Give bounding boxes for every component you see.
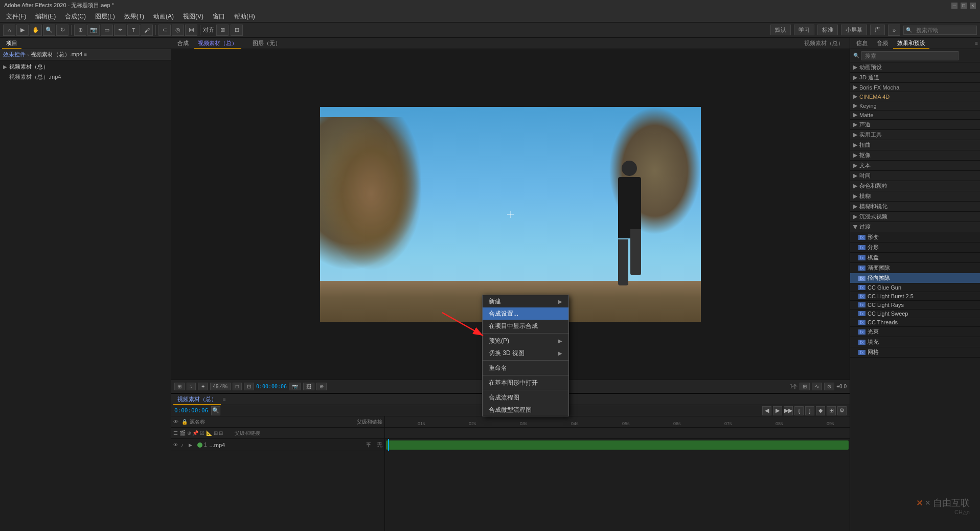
cat-blur-sharpen[interactable]: ▶ 模糊和锐化 xyxy=(850,202,980,212)
effect-qipan[interactable]: fx 棋盘 xyxy=(850,253,980,263)
align-tool-2[interactable]: ⊞ xyxy=(231,25,243,36)
timeline-menu[interactable]: ≡ xyxy=(223,396,226,402)
ctx-flowchart[interactable]: 合成流程图 xyxy=(483,391,568,404)
roto-tool[interactable]: ⊂ xyxy=(158,25,171,36)
cat-keying2[interactable]: ▶ 抠像 xyxy=(850,150,980,161)
effect-cc-light-sweep[interactable]: fx CC Light Sweep xyxy=(850,309,980,318)
effect-fill[interactable]: fx 填充 xyxy=(850,337,980,347)
rotate-tool[interactable]: ↻ xyxy=(56,25,69,36)
cat-keying[interactable]: ▶ Keying xyxy=(850,101,980,110)
text-tool[interactable]: T xyxy=(127,25,140,36)
project-item-source[interactable]: ▶ 视频素材（总） xyxy=(1,61,170,72)
effects-search-input[interactable] xyxy=(861,51,959,60)
frame-fwd-btn[interactable]: ▶▶ xyxy=(784,406,793,415)
cat-text[interactable]: ▶ 文本 xyxy=(850,161,980,171)
tab-info[interactable]: 信息 xyxy=(852,38,872,48)
effect-cc-light-burst[interactable]: fx CC Light Burst 2.5 xyxy=(850,292,980,301)
align-tool-1[interactable]: ⊠ xyxy=(216,25,229,36)
add-marker-btn[interactable]: ◆ xyxy=(816,406,825,415)
motion-blur-btn[interactable]: ≈ xyxy=(187,383,196,390)
effect-grid[interactable]: fx 网格 xyxy=(850,347,980,358)
tab-effects[interactable]: 效果和预设 xyxy=(893,38,929,49)
color-picker-btn[interactable]: ⊕ xyxy=(316,383,327,390)
search-input[interactable] xyxy=(913,26,974,34)
ctx-new[interactable]: 新建 ▶ xyxy=(483,295,568,307)
comp-tab-video[interactable]: 视频素材（总） xyxy=(194,38,241,49)
timeline-tab[interactable]: 视频素材（总） xyxy=(173,394,221,405)
minimize-button[interactable]: ─ xyxy=(951,3,958,9)
layer-expand-icon[interactable]: ▶ xyxy=(189,442,196,448)
alpha-btn[interactable]: ∿ xyxy=(812,383,822,390)
effect-cc-glue-gun[interactable]: fx CC Glue Gun xyxy=(850,283,980,292)
project-item-file[interactable]: 视频素材（总）.mp4 xyxy=(1,72,170,82)
zoom-tool[interactable]: 🔍 xyxy=(43,25,55,36)
region-btn[interactable]: ⊞ xyxy=(800,383,810,390)
cat-utility[interactable]: ▶ 实用工具 xyxy=(850,130,980,140)
workspace-standard[interactable]: 标准 xyxy=(817,25,838,35)
frame-back-btn[interactable]: ◀ xyxy=(762,406,771,415)
panel-menu-icon[interactable]: ≡ xyxy=(84,52,87,57)
search-layer-btn[interactable]: 🔍 xyxy=(211,406,220,415)
breadcrumb-file[interactable]: 视频素材（总）.mp4 xyxy=(31,51,82,58)
workspace-more[interactable]: » xyxy=(888,25,900,36)
menu-animation[interactable]: 动画(A) xyxy=(149,11,178,22)
cat-immersive[interactable]: ▶ 沉浸式视频 xyxy=(850,212,980,222)
cat-animation[interactable]: ▶ 动画预设 xyxy=(850,62,980,73)
workspace-small[interactable]: 小屏幕 xyxy=(841,25,867,35)
effects-panel-menu[interactable]: ≡ xyxy=(975,40,978,46)
home-tool[interactable]: ⌂ xyxy=(3,25,15,36)
effect-xinbian[interactable]: fx 形变 xyxy=(850,232,980,242)
menu-window[interactable]: 窗口 xyxy=(209,11,229,22)
comp-viewer[interactable]: 新建 ▶ 合成设置... 在项目中显示合成 预览(P) ▶ xyxy=(171,49,850,380)
ctx-show-in-project[interactable]: 在项目中显示合成 xyxy=(483,320,568,332)
cat-3d[interactable]: ▶ 3D 通道 xyxy=(850,73,980,83)
effect-beam[interactable]: fx 光束 xyxy=(850,327,980,337)
refine-tool[interactable]: ◎ xyxy=(172,25,184,36)
pixels-btn[interactable]: ⊡ xyxy=(244,383,254,390)
cat-distort[interactable]: ▶ 扭曲 xyxy=(850,140,980,150)
effect-radial-wipe[interactable]: fx 径向擦除 xyxy=(850,273,980,283)
ctx-open-in-essential[interactable]: 在基本图形中打开 xyxy=(483,377,568,389)
cat-cinema4d[interactable]: ▶ CINEMA 4D xyxy=(850,92,980,101)
layer-row-0[interactable]: 👁 ♪ ▶ 1 ...mp4 平 无 xyxy=(171,439,384,451)
pan-tool[interactable]: ⊕ xyxy=(74,25,86,36)
cat-boris[interactable]: ▶ Boris FX Mocha xyxy=(850,83,980,92)
show-snapshot-btn[interactable]: 🖼 xyxy=(303,383,314,390)
workspace-learn[interactable]: 学习 xyxy=(794,25,814,35)
close-button[interactable]: × xyxy=(970,3,976,9)
ctx-mini-flowchart[interactable]: 合成微型流程图 xyxy=(483,404,568,416)
workspace-library[interactable]: 库 xyxy=(870,25,885,35)
ctx-comp-settings[interactable]: 合成设置... xyxy=(483,307,568,320)
effect-fenxing[interactable]: fx 分形 xyxy=(850,242,980,253)
pen-tool[interactable]: ✒ xyxy=(114,25,126,36)
ctx-preview[interactable]: 预览(P) ▶ xyxy=(483,335,568,347)
cat-time[interactable]: ▶ 时间 xyxy=(850,171,980,181)
play-btn[interactable]: ▶ xyxy=(773,406,782,415)
tab-audio[interactable]: 音频 xyxy=(873,38,892,48)
layer-audio-icon[interactable]: ♪ xyxy=(181,442,187,448)
menu-edit[interactable]: 编辑(E) xyxy=(31,11,60,22)
cat-transition[interactable]: ▶ 过渡 xyxy=(850,222,980,232)
menu-effects[interactable]: 效果(T) xyxy=(120,11,148,22)
maximize-button[interactable]: □ xyxy=(961,3,967,9)
tab-project[interactable]: 项目 xyxy=(2,38,21,49)
breadcrumb-effects[interactable]: 效果控件 xyxy=(3,51,26,58)
menu-comp[interactable]: 合成(C) xyxy=(61,11,90,22)
snapshot-btn[interactable]: 📷 xyxy=(289,383,301,390)
mark-out-btn[interactable]: } xyxy=(805,406,814,415)
mark-in-btn[interactable]: { xyxy=(794,406,804,415)
cat-blur[interactable]: ▶ 模糊 xyxy=(850,191,980,202)
cat-matte[interactable]: ▶ Matte xyxy=(850,110,980,120)
comp-tab-comp[interactable]: 合成 xyxy=(173,38,193,49)
hand-tool[interactable]: ✋ xyxy=(30,25,42,36)
camera-tool[interactable]: 📷 xyxy=(87,25,100,36)
effect-gradient-wipe[interactable]: fx 渐变擦除 xyxy=(850,263,980,273)
menu-view[interactable]: 视图(V) xyxy=(179,11,208,22)
snap-btn[interactable]: ⊞ xyxy=(174,383,185,390)
effect-cc-threads[interactable]: fx CC Threads xyxy=(850,318,980,327)
menu-help[interactable]: 帮助(H) xyxy=(230,11,259,22)
ctx-rename[interactable]: 重命名 xyxy=(483,362,568,374)
paint-tool[interactable]: 🖌 xyxy=(141,25,153,36)
menu-file[interactable]: 文件(F) xyxy=(2,11,30,22)
layer-visibility-icon[interactable]: 👁 xyxy=(173,442,179,448)
